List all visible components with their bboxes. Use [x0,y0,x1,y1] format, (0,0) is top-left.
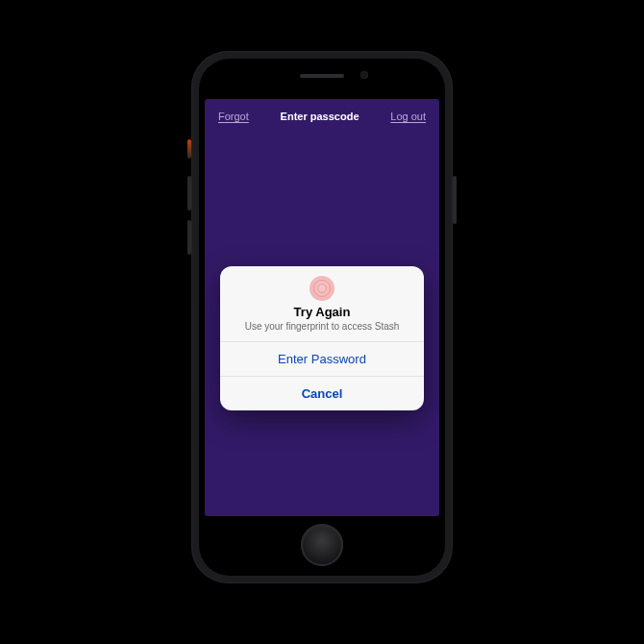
mute-switch [187,139,191,159]
forgot-link[interactable]: Forgot [218,111,249,122]
alert-row-cancel: Cancel [220,376,424,410]
phone-bezel: Forgot Enter passcode Log out Try Again … [199,59,445,576]
alert-message: Use your fingerprint to access Stash [235,321,409,332]
volume-down-button [187,220,191,255]
touch-id-icon [310,276,334,301]
power-button [453,176,457,224]
top-bar: Forgot Enter passcode Log out [205,99,439,122]
front-camera [360,71,368,79]
cancel-button[interactable]: Cancel [220,377,424,410]
logout-link[interactable]: Log out [390,111,426,122]
phone-frame: Forgot Enter passcode Log out Try Again … [191,51,453,583]
home-button[interactable] [301,524,343,566]
earpiece-speaker [300,74,344,78]
app-screen: Forgot Enter passcode Log out Try Again … [205,99,439,516]
page-title: Enter passcode [281,111,359,122]
enter-password-button[interactable]: Enter Password [220,342,424,376]
stage: Forgot Enter passcode Log out Try Again … [0,0,644,644]
alert-head: Try Again Use your fingerprint to access… [220,301,424,341]
alert-row-enter-password: Enter Password [220,341,424,376]
touch-id-alert: Try Again Use your fingerprint to access… [220,266,424,410]
alert-icon-wrap [220,266,424,301]
volume-up-button [187,176,191,211]
alert-title: Try Again [235,305,409,319]
